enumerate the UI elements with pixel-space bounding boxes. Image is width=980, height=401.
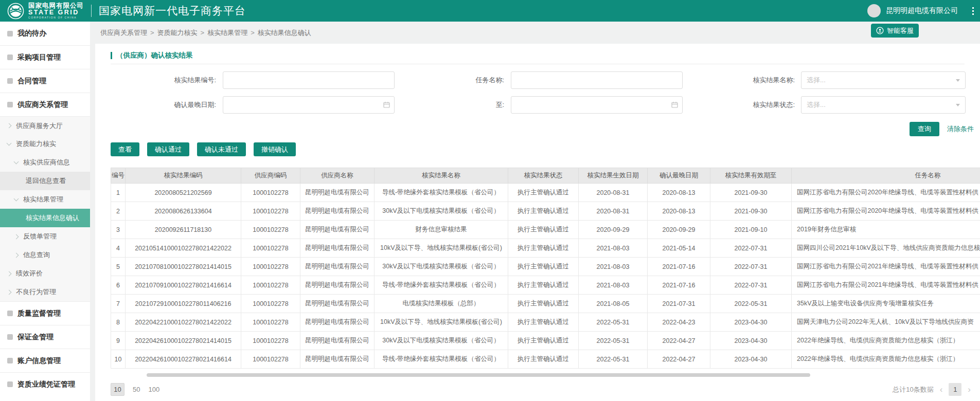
table-cell: 执行主管确认通过: [508, 313, 579, 332]
page-size-100[interactable]: 100: [148, 386, 159, 393]
user-company-name[interactable]: 昆明明超电缆有限公司: [886, 6, 958, 15]
table-cell: 昆明明超电缆有限公司: [300, 350, 375, 369]
sidebar-item-label: 我的待办: [17, 29, 46, 38]
confirm-pass-button[interactable]: 确认通过: [147, 142, 189, 156]
breadcrumb-item[interactable]: 供应商关系管理: [100, 28, 147, 38]
sidebar-item-label: 退回信息查看: [26, 176, 66, 186]
breadcrumb-item[interactable]: 核实结果管理: [207, 28, 247, 38]
table-row[interactable]: 72021072910001022780114062161000102278昆明…: [111, 295, 980, 313]
query-button[interactable]: 查询: [910, 122, 939, 136]
sidebar-item[interactable]: 核实结果管理: [0, 190, 90, 209]
column-header: 确认最晚日期: [648, 168, 710, 184]
sidebar-item[interactable]: 供应商服务大厅: [0, 116, 90, 135]
table-cell: 导线-带绝缘外套核实结果模板（省公司）: [375, 276, 508, 295]
sidebar-item[interactable]: 资质能力核实: [0, 135, 90, 153]
table-row[interactable]: 92022042610001022780214140151000102278昆明…: [111, 332, 980, 350]
table-row[interactable]: 62021070910001022780214166141000102278昆明…: [111, 276, 980, 295]
sidebar-item[interactable]: 合同管理: [0, 69, 90, 93]
table-cell: 财务信息审核结果: [375, 221, 508, 239]
sidebar-item-label: 核实供应商信息: [23, 158, 70, 167]
result-no-input[interactable]: [223, 71, 395, 89]
table-cell: 执行主管确认通过: [508, 202, 579, 221]
result-status-label: 核实结果状态:: [694, 96, 795, 114]
date-to-input[interactable]: [511, 96, 683, 114]
result-name-select[interactable]: 选择...: [801, 71, 966, 89]
table-cell: 1000102278: [241, 258, 300, 276]
table-cell: 执行主管确认通过: [508, 332, 579, 350]
header-divider: [91, 5, 92, 17]
table-cell: 导线-带绝缘外套核实结果模板（省公司）: [375, 184, 508, 202]
clear-conditions-link[interactable]: 清除条件: [947, 122, 974, 136]
chevron-down-icon: [14, 159, 19, 165]
chevron-down-icon: [956, 79, 960, 82]
table-cell: 2021-07-16: [648, 276, 710, 295]
menu-square-icon: [7, 358, 13, 363]
total-count-text: 总计10条数据: [893, 385, 933, 394]
horizontal-scrollbar[interactable]: [147, 373, 810, 377]
table-row[interactable]: 52021070810001022780214140151000102278昆明…: [111, 258, 980, 276]
sidebar-item[interactable]: 质量监督管理: [0, 301, 90, 325]
table-cell: 202107291000102278011406216: [126, 295, 241, 313]
table-row[interactable]: 82022042210001022780214220221000102278昆明…: [111, 313, 980, 332]
page-size-50[interactable]: 50: [133, 386, 140, 393]
table-row[interactable]: 102022042610001022780214166141000102278昆…: [111, 350, 980, 369]
sidebar-item[interactable]: 绩效评价: [0, 264, 90, 283]
table-cell: 2022-07-31: [710, 258, 792, 276]
breadcrumb-item[interactable]: 核实结果信息确认: [258, 28, 311, 38]
table-cell: 2020-08-13: [648, 202, 710, 221]
sidebar-item[interactable]: 反馈单管理: [0, 227, 90, 246]
column-header: 任务名称: [792, 168, 980, 184]
task-name-field: [511, 71, 683, 89]
smart-service-button[interactable]: 智能客服: [871, 24, 919, 38]
table-cell: 2021-07-31: [648, 295, 710, 313]
state-grid-emblem-icon: [7, 3, 24, 20]
current-page[interactable]: 1: [949, 383, 961, 396]
sidebar-item-label: 不良行为管理: [16, 287, 56, 297]
confirm-fail-button[interactable]: 确认未通过: [197, 142, 246, 156]
sidebar-item[interactable]: 信息查询: [0, 246, 90, 264]
confirm-date-input[interactable]: [223, 96, 395, 114]
more-menu-icon[interactable]: [971, 6, 975, 16]
sidebar-item-label: 供应商服务大厅: [16, 121, 63, 131]
sidebar-item[interactable]: 核实供应商信息: [0, 153, 90, 172]
sidebar-item[interactable]: 采购项目管理: [0, 45, 90, 69]
user-avatar[interactable]: [867, 4, 881, 17]
next-page-icon[interactable]: ›: [968, 383, 971, 396]
sidebar-item[interactable]: 不良行为管理: [0, 283, 90, 301]
table-cell: 2022-05-31: [710, 295, 792, 313]
sidebar-item[interactable]: 保证金管理: [0, 325, 90, 349]
breadcrumb-item[interactable]: 资质能力核实: [157, 28, 198, 38]
table-row[interactable]: 320200926117181301000102278昆明明超电缆有限公司财务信…: [111, 221, 980, 239]
page-size-10[interactable]: 10: [111, 383, 124, 396]
table-cell: 202204221000102278021422022: [126, 313, 241, 332]
task-name-input[interactable]: [511, 71, 683, 89]
chevron-right-icon: [7, 289, 12, 295]
table-cell: 1000102278: [241, 276, 300, 295]
table-cell: 执行主管确认通过: [508, 295, 579, 313]
table-cell: 2022-07-31: [710, 276, 792, 295]
table-row[interactable]: 220200806261336041000102278昆明明超电缆有限公司30k…: [111, 202, 980, 221]
revoke-confirm-button[interactable]: 撤销确认: [254, 142, 296, 156]
sidebar-item[interactable]: 资质业绩凭证管理: [0, 372, 90, 396]
sidebar-item[interactable]: 我的待办: [0, 22, 90, 45]
sidebar-item[interactable]: 供应商关系管理: [0, 93, 90, 116]
table-cell: 1: [111, 184, 126, 202]
table-row[interactable]: 120200805212025691000102278昆明明超电缆有限公司导线-…: [111, 184, 980, 202]
menu-square-icon: [7, 381, 13, 387]
prev-page-icon[interactable]: ‹: [940, 383, 943, 396]
table-cell: 1000102278: [241, 295, 300, 313]
table-cell: 2: [111, 202, 126, 221]
section-title-row: （供应商）确认核实结果: [111, 51, 193, 60]
table-cell: 执行主管确认通过: [508, 350, 579, 369]
sidebar-item[interactable]: 退回信息查看: [0, 172, 90, 190]
confirm-date-label: 确认最晚日期:: [116, 96, 216, 114]
sidebar-item[interactable]: 核实结果信息确认: [0, 209, 90, 227]
sidebar-item[interactable]: 账户信息管理: [0, 349, 90, 372]
result-status-select[interactable]: 选择...: [801, 96, 966, 114]
sidebar-item-label: 核实结果管理: [23, 195, 63, 204]
table-cell: 电缆核实结果模板（总部）: [375, 295, 508, 313]
view-button[interactable]: 查看: [111, 142, 139, 156]
date-to-label: 至:: [404, 96, 504, 114]
table-row[interactable]: 42021051410001022780214220221000102278昆明…: [111, 239, 980, 258]
table-cell: 7: [111, 295, 126, 313]
